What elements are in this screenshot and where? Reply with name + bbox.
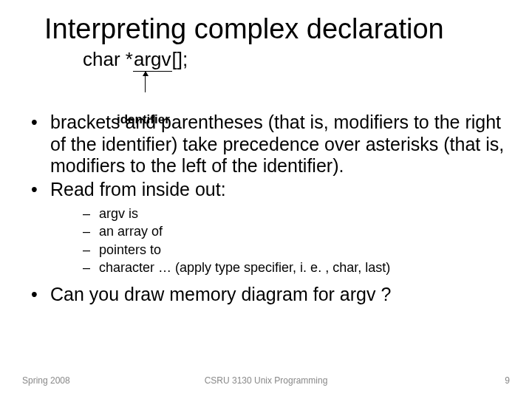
footer-center: CSRU 3130 Unix Programming — [0, 375, 532, 386]
decl-prefix: char * — [83, 48, 133, 70]
arrow-icon — [145, 72, 146, 92]
sub-bullet-list: argv is an array of pointers to characte… — [83, 205, 505, 276]
bullet-3: Can you draw memory diagram for argv ? — [31, 284, 505, 306]
footer: Spring 2008 CSRU 3130 Unix Programming 9 — [0, 375, 532, 386]
bullet-2: Read from inside out: — [31, 179, 505, 201]
sub-bullet: argv is — [83, 205, 505, 222]
declaration-line: char *argv[]; — [0, 45, 532, 72]
sub-bullet: pointers to — [83, 241, 505, 259]
sub-bullet: an array of — [83, 222, 505, 240]
footer-left: Spring 2008 — [22, 375, 70, 386]
bullet-list: brackets and parentheses (that is, modif… — [0, 72, 532, 306]
sub-bullet: character … (apply type specifier, i. e.… — [83, 259, 505, 276]
decl-identifier: argv — [133, 48, 172, 72]
slide: Interpreting complex declaration char *a… — [0, 0, 532, 399]
footer-page-number: 9 — [505, 375, 510, 386]
slide-title: Interpreting complex declaration — [0, 0, 532, 45]
bullet-1: brackets and parentheses (that is, modif… — [31, 112, 505, 177]
decl-suffix: []; — [172, 48, 188, 70]
